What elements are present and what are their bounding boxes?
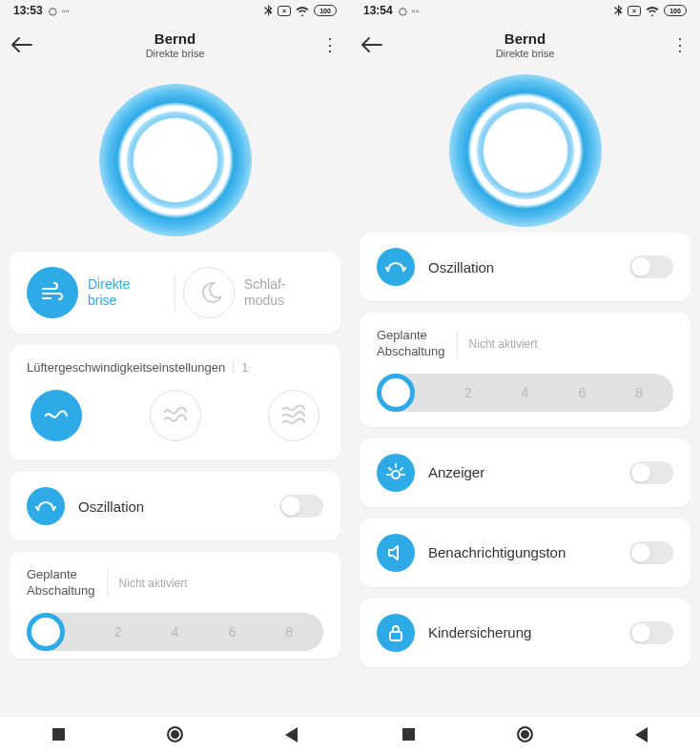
fan-speed-card: Lüftergeschwindigkeitseinstellungen 1 (10, 345, 340, 460)
divider (233, 361, 234, 374)
slider-thumb[interactable] (377, 374, 415, 412)
slider-thumb[interactable] (27, 613, 65, 651)
status-indicators-icon: ◌ ▫▫ (49, 6, 71, 16)
slider-tick: 2 (454, 385, 483, 400)
status-time: 13:54 (363, 4, 393, 17)
moon-icon (183, 267, 235, 318)
display-card: Anzeiger (360, 438, 690, 507)
app-header: Bernd Direkte brise ⋮ (0, 21, 350, 69)
nav-home-button[interactable] (505, 726, 544, 742)
status-time: 13:53 (13, 4, 43, 17)
back-button[interactable] (11, 37, 44, 52)
app-header: Bernd Direkte brise ⋮ (350, 21, 700, 69)
android-navbar (0, 716, 350, 752)
status-indicators-icon: ◌ ▫▫ (399, 6, 421, 16)
data-off-icon: × (278, 6, 291, 16)
speed-mid-button[interactable] (150, 390, 201, 441)
page-subtitle: Direkte brise (44, 48, 306, 59)
oscillation-card: Oszillation (10, 472, 340, 540)
battery-icon: 100 (314, 5, 337, 16)
fan-speed-value: 1 (241, 360, 248, 375)
bluetooth-icon (614, 5, 623, 16)
slider-tick: 2 (104, 624, 133, 640)
schedule-status: Nicht aktiviert (119, 577, 188, 590)
mode-direct-label: Direkte brise (88, 276, 130, 310)
phone-left: 13:53 ◌ ▫▫ × 100 Bernd Direkte brise ⋮ (0, 0, 350, 752)
divider (175, 274, 175, 312)
speed-low-button[interactable] (31, 390, 82, 441)
data-off-icon: × (628, 6, 641, 16)
slider-tick: 6 (567, 385, 596, 400)
more-button[interactable]: ⋮ (306, 34, 339, 55)
oscillation-icon (377, 248, 415, 286)
schedule-title: Geplante Abschaltung (377, 328, 445, 360)
phone-right: 13:54 ◌ ▫▫ × 100 Bernd Direkte brise ⋮ (350, 0, 700, 752)
display-toggle[interactable] (629, 461, 673, 484)
schedule-title: Geplante Abschaltung (27, 567, 95, 600)
wind-icon (27, 267, 78, 318)
slider-tick: 4 (160, 624, 189, 640)
schedule-status: Nicht aktiviert (469, 337, 538, 351)
fan-ring-icon (99, 84, 252, 236)
nav-recents-button[interactable] (39, 728, 77, 741)
slider-tick: 6 (217, 624, 246, 640)
display-label: Anzeiger (428, 464, 616, 480)
sound-icon (377, 534, 415, 572)
status-bar: 13:54 ◌ ▫▫ × 100 (350, 0, 700, 21)
schedule-slider[interactable]: 2 4 6 8 (27, 613, 323, 651)
lock-icon (377, 614, 415, 652)
wifi-icon (646, 6, 659, 16)
childlock-toggle[interactable] (629, 621, 673, 644)
svg-rect-1 (390, 632, 401, 640)
more-button[interactable]: ⋮ (656, 34, 689, 55)
mode-card: Direkte brise Schlaf- modus (10, 252, 340, 334)
fan-visual (0, 69, 350, 252)
divider (457, 331, 458, 357)
battery-icon: 100 (664, 5, 687, 16)
status-bar: 13:53 ◌ ▫▫ × 100 (0, 0, 350, 21)
mode-sleep-label: Schlaf- modus (244, 276, 286, 310)
oscillation-icon (27, 487, 65, 525)
slider-tick: 8 (625, 385, 653, 400)
back-button[interactable] (361, 37, 394, 52)
divider (107, 570, 108, 597)
oscillation-label: Oszillation (78, 498, 266, 515)
schedule-card: Geplante Abschaltung Nicht aktiviert 2 4… (360, 313, 690, 427)
bluetooth-icon (264, 5, 273, 16)
childlock-label: Kindersicherung (428, 624, 616, 640)
fan-ring-icon (449, 74, 602, 227)
slider-tick: 8 (275, 624, 303, 640)
svg-point-0 (392, 471, 400, 478)
fan-visual (350, 69, 700, 233)
oscillation-card: Oszillation (360, 233, 690, 301)
android-navbar (350, 716, 700, 752)
nav-home-button[interactable] (155, 726, 194, 742)
oscillation-toggle[interactable] (279, 495, 323, 518)
page-title: Bernd (44, 30, 306, 47)
schedule-card: Geplante Abschaltung Nicht aktiviert 2 4… (10, 552, 340, 659)
wifi-icon (296, 6, 309, 16)
sound-label: Benachrichtigungston (428, 544, 616, 560)
oscillation-label: Oszillation (428, 259, 616, 275)
page-subtitle: Direkte brise (394, 48, 656, 59)
childlock-card: Kindersicherung (360, 599, 690, 667)
speed-high-button[interactable] (268, 390, 319, 441)
nav-recents-button[interactable] (389, 728, 427, 741)
mode-direct-breeze[interactable]: Direkte brise (27, 267, 167, 318)
page-title: Bernd (394, 30, 656, 47)
slider-tick: 4 (510, 385, 539, 400)
nav-back-button[interactable] (623, 727, 661, 742)
nav-back-button[interactable] (273, 727, 311, 742)
schedule-slider[interactable]: 2 4 6 8 (377, 374, 673, 412)
mode-sleep[interactable]: Schlaf- modus (183, 267, 323, 318)
fan-speed-title: Lüftergeschwindigkeitseinstellungen (27, 360, 225, 375)
display-icon (377, 454, 415, 492)
oscillation-toggle[interactable] (629, 255, 673, 278)
sound-card: Benachrichtigungston (360, 518, 690, 587)
sound-toggle[interactable] (629, 541, 673, 564)
